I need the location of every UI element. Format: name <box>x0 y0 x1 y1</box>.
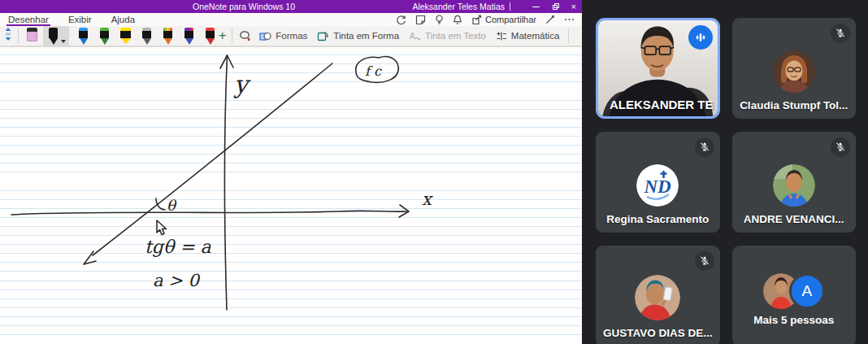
more-options-icon[interactable] <box>564 15 575 24</box>
onenote-window: OneNote para Windows 10 Aleksander Teles… <box>0 0 582 344</box>
pen-rainbow[interactable] <box>161 27 175 46</box>
titlebar-divider <box>510 2 510 11</box>
overflow-count-label: Mais 5 pessoas <box>732 314 857 326</box>
pen-red[interactable] <box>203 27 217 46</box>
avatar <box>773 164 815 207</box>
participant-name: ALEKSANDER TEL... <box>605 98 714 111</box>
participant-name: Regina Sacramento <box>596 213 720 225</box>
math-label: Matemática <box>511 31 559 41</box>
mic-muted-icon <box>695 251 714 271</box>
function-line <box>93 63 332 255</box>
x-axis-label: x <box>422 189 433 209</box>
pen-gray[interactable] <box>140 27 154 46</box>
drawing-canvas[interactable]: y x θ tgθ = a a > 0 f c <box>0 46 582 344</box>
math-icon <box>496 31 507 41</box>
participant-tile-gustavo[interactable]: GUSTAVO DIAS DE... <box>596 246 720 344</box>
ink-to-shape-button[interactable]: Tinta em Forma <box>312 31 404 41</box>
title-bar: OneNote para Windows 10 Aleksander Teles… <box>0 0 582 13</box>
bell-icon[interactable] <box>453 15 462 25</box>
close-icon[interactable]: × <box>571 1 576 12</box>
equation-1: tgθ = a <box>145 237 212 257</box>
draw-icon[interactable] <box>545 15 555 24</box>
toolbar-divider <box>232 28 232 43</box>
mic-muted-icon <box>831 24 850 43</box>
mic-muted-icon <box>831 137 850 157</box>
restore-icon[interactable] <box>553 3 559 10</box>
pen-galaxy[interactable] <box>182 27 196 46</box>
participant-name: ANDRE VENANCI... <box>732 213 857 225</box>
pen-blue[interactable] <box>76 27 90 46</box>
avatar <box>773 50 815 93</box>
mouse-cursor <box>157 220 167 235</box>
speaking-audio-indicator-icon <box>688 25 713 50</box>
ink-to-shape-icon <box>317 31 329 41</box>
angle-label: θ <box>167 197 177 214</box>
highlighter-yellow[interactable] <box>119 27 132 46</box>
avatar <box>635 275 680 320</box>
svg-text:A: A <box>410 32 415 41</box>
minimize-icon[interactable] <box>532 7 540 7</box>
pen-green[interactable] <box>98 27 111 46</box>
pen-options-chevron-icon <box>61 40 66 43</box>
participant-grid: ALEKSANDER TEL... <box>596 18 856 344</box>
share-button[interactable]: Compartilhar <box>471 15 536 25</box>
math-button[interactable]: Matemática <box>491 31 564 41</box>
mic-muted-icon <box>695 137 714 157</box>
participant-tile-overflow[interactable]: A Mais 5 pessoas <box>732 246 857 344</box>
ink-to-shape-label: Tinta em Forma <box>333 31 399 41</box>
overflow-avatars: A <box>763 273 825 309</box>
equation-2: a > 0 <box>153 271 200 290</box>
drawing-toolbar: + Formas Tinta em Forma A Tinta em Texto… <box>0 26 582 46</box>
meet-panel: ALEKSANDER TEL... <box>582 0 868 344</box>
participant-tile-claudia[interactable]: Claudia Stumpf Tol... <box>732 18 857 119</box>
ink-to-text-label: Tinta em Texto <box>425 31 486 41</box>
participant-name: GUSTAVO DIAS DE... <box>596 327 720 339</box>
shapes-button[interactable]: Formas <box>254 31 312 41</box>
screen: OneNote para Windows 10 Aleksander Teles… <box>0 0 868 344</box>
toolbar-divider <box>18 28 19 43</box>
app-title: OneNote para Windows 10 <box>193 2 295 11</box>
share-icon <box>471 15 482 25</box>
participant-name: Claudia Stumpf Tol... <box>732 99 857 111</box>
logo-text: ND <box>644 176 672 197</box>
shapes-icon <box>259 31 271 41</box>
share-label: Compartilhar <box>485 15 536 24</box>
ink-to-text-icon: A <box>409 31 421 41</box>
eraser-tool[interactable] <box>26 28 38 44</box>
pen-black[interactable] <box>43 26 69 46</box>
ink-to-text-button: A Tinta em Texto <box>404 31 491 41</box>
y-axis-label: y <box>233 70 251 98</box>
y-axis-stroke <box>225 55 228 310</box>
participant-tile-andre[interactable]: ANDRE VENANCI... <box>732 132 857 233</box>
avatar: ND <box>636 164 679 207</box>
pen-gallery <box>43 26 217 46</box>
ink-drawing: y x θ tgθ = a a > 0 f c <box>0 47 582 344</box>
menu-bar: Desenhar Exibir Ajuda Compartilhar <box>0 13 582 26</box>
quick-actions: Compartilhar <box>396 15 582 25</box>
function-line-arrow <box>84 251 96 264</box>
sticky-note-icon[interactable] <box>415 15 426 25</box>
lightbulb-icon[interactable] <box>435 15 444 25</box>
collapse-ribbon-icon[interactable] <box>4 27 12 45</box>
toolbar-divider <box>568 28 569 43</box>
lasso-icon <box>239 30 252 42</box>
sync-icon[interactable] <box>396 15 406 25</box>
add-pen-button[interactable]: + <box>219 29 226 42</box>
overflow-letter-avatar: A <box>789 273 825 309</box>
circled-note-text: f c <box>365 63 382 79</box>
lasso-select-button[interactable] <box>237 30 254 42</box>
signed-in-user: Aleksander Teles Matias <box>412 2 505 11</box>
tab-exibir[interactable]: Exibir <box>67 13 93 26</box>
tab-ajuda[interactable]: Ajuda <box>110 13 137 26</box>
shapes-label: Formas <box>276 31 307 41</box>
tab-desenhar[interactable]: Desenhar <box>7 13 50 26</box>
participant-tile-aleksander[interactable]: ALEKSANDER TEL... <box>596 18 720 119</box>
x-axis-stroke <box>11 211 406 215</box>
participant-tile-regina[interactable]: ND Regina Sacramento <box>596 132 720 233</box>
